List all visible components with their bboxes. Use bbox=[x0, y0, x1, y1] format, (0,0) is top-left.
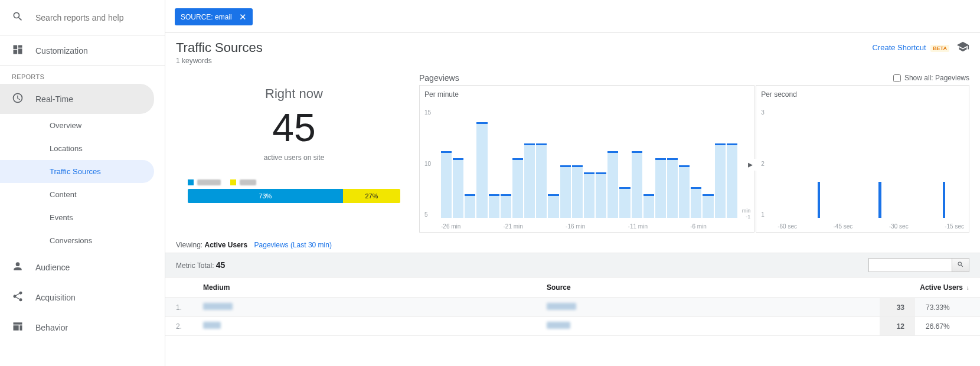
sub-item-locations[interactable]: Locations bbox=[0, 137, 165, 160]
viewing-active-users[interactable]: Active Users bbox=[204, 241, 247, 249]
table-row[interactable]: 1. 33 73.33% bbox=[165, 298, 980, 317]
graduation-cap-icon[interactable] bbox=[956, 40, 969, 55]
bars-area bbox=[773, 109, 964, 218]
table-search[interactable] bbox=[868, 258, 969, 272]
sub-item-traffic-sources[interactable]: Traffic Sources bbox=[0, 160, 154, 183]
table-search-input[interactable] bbox=[869, 259, 952, 272]
sidebar-label: Audience bbox=[35, 263, 70, 272]
charts-panel: Pageviews Show all: Pageviews Per minute… bbox=[419, 68, 969, 233]
viewing-toggle: Viewing: Active Users Pageviews (Last 30… bbox=[165, 237, 980, 253]
sources-table: Medium Source Active Users↓ 1. 33 73.33% bbox=[165, 277, 980, 336]
realtime-submenu: Overview Locations Traffic Sources Conte… bbox=[0, 114, 165, 252]
table-search-button[interactable] bbox=[952, 259, 969, 272]
y-axis-ticks: 15 10 5 bbox=[424, 109, 431, 218]
legend-label-blurred bbox=[197, 179, 221, 185]
clock-icon bbox=[12, 92, 24, 106]
show-all-input[interactable] bbox=[893, 74, 901, 82]
x-axis-ticks: -26 min -21 min -16 min -11 min -6 min bbox=[441, 223, 749, 230]
search-icon bbox=[957, 261, 964, 270]
sidebar-item-acquisition[interactable]: Acquisition bbox=[0, 282, 165, 312]
search-icon bbox=[12, 11, 24, 24]
page-subtitle: 1 keywords bbox=[176, 57, 263, 65]
sidebar: Customization REPORTS Real-Time Overview… bbox=[0, 0, 165, 366]
reports-label: REPORTS bbox=[0, 66, 165, 84]
sidebar-label: Behavior bbox=[35, 323, 68, 332]
breakdown-bar: 73% 27% bbox=[188, 189, 400, 203]
person-icon bbox=[12, 260, 24, 274]
active-users-cell: 33 bbox=[880, 298, 915, 317]
breakdown-seg-2: 27% bbox=[343, 189, 400, 203]
sidebar-item-behavior[interactable]: Behavior bbox=[0, 312, 165, 342]
table-section: Viewing: Active Users Pageviews (Last 30… bbox=[165, 237, 980, 336]
chevron-right-icon[interactable]: ▸ bbox=[748, 159, 760, 171]
active-users-label: active users on site bbox=[176, 153, 412, 162]
search-input[interactable] bbox=[35, 13, 153, 22]
legend-item bbox=[230, 179, 256, 185]
filter-bar: SOURCE: email ✕ bbox=[165, 0, 980, 33]
breakdown-seg-1: 73% bbox=[188, 189, 343, 203]
search-bar bbox=[0, 0, 165, 35]
close-icon[interactable]: ✕ bbox=[239, 12, 247, 21]
metric-total-bar: Metric Total: 45 bbox=[165, 253, 980, 277]
active-users-cell: 12 bbox=[880, 317, 915, 336]
viewing-pageviews[interactable]: Pageviews (Last 30 min) bbox=[254, 241, 332, 249]
col-active-users[interactable]: Active Users↓ bbox=[880, 277, 980, 298]
legend bbox=[176, 179, 412, 185]
sidebar-item-audience[interactable]: Audience bbox=[0, 252, 165, 282]
metric-total-label: Metric Total: bbox=[176, 262, 214, 270]
share-icon bbox=[12, 290, 24, 304]
x-axis-ticks: -60 sec -45 sec -30 sec -15 sec bbox=[778, 223, 964, 230]
right-now-label: Right now bbox=[176, 86, 412, 102]
page-header: Traffic Sources 1 keywords Create Shortc… bbox=[165, 33, 980, 68]
legend-item bbox=[188, 179, 221, 185]
legend-swatch bbox=[230, 179, 236, 185]
chip-key: SOURCE: bbox=[181, 13, 213, 21]
sort-down-icon: ↓ bbox=[966, 285, 969, 291]
per-second-chart: ▸ Per second 3 2 1 -60 sec -45 sec -30 s… bbox=[756, 85, 969, 233]
page-title: Traffic Sources bbox=[176, 40, 263, 55]
web-icon bbox=[12, 321, 24, 334]
source-value-blurred bbox=[547, 322, 570, 329]
pct-cell: 73.33% bbox=[915, 298, 980, 317]
per-minute-chart: Per minute 15 10 5 -26 min -21 min -16 m… bbox=[419, 85, 754, 233]
main: SOURCE: email ✕ Traffic Sources 1 keywor… bbox=[165, 0, 980, 366]
chip-value: email bbox=[215, 13, 232, 21]
sub-item-events[interactable]: Events bbox=[0, 206, 165, 229]
sidebar-item-realtime[interactable]: Real-Time bbox=[0, 84, 154, 114]
bars-area bbox=[441, 109, 749, 218]
medium-value-blurred bbox=[203, 322, 221, 329]
table-row[interactable]: 2. 12 26.67% bbox=[165, 317, 980, 336]
legend-label-blurred bbox=[240, 179, 256, 185]
col-medium[interactable]: Medium bbox=[192, 277, 536, 298]
dashboard-icon bbox=[12, 44, 24, 57]
chart-label: Per minute bbox=[424, 90, 749, 99]
sub-item-content[interactable]: Content bbox=[0, 183, 165, 206]
sub-item-conversions[interactable]: Conversions bbox=[0, 229, 165, 252]
chart-label: Per second bbox=[761, 90, 964, 99]
col-source[interactable]: Source bbox=[536, 277, 880, 298]
y-axis-ticks: 3 2 1 bbox=[761, 109, 765, 218]
medium-value-blurred bbox=[203, 303, 233, 310]
beta-badge: BETA bbox=[930, 45, 949, 52]
sidebar-item-customization[interactable]: Customization bbox=[0, 35, 165, 66]
show-all-checkbox[interactable]: Show all: Pageviews bbox=[893, 74, 969, 82]
create-shortcut-link[interactable]: Create Shortcut BETA bbox=[872, 43, 949, 52]
sidebar-label: Customization bbox=[35, 46, 88, 55]
source-value-blurred bbox=[547, 303, 576, 310]
pageviews-title: Pageviews bbox=[419, 73, 459, 83]
metric-total-value: 45 bbox=[216, 260, 226, 270]
realtime-panel: Right now 45 active users on site 73% 27… bbox=[176, 68, 412, 233]
axis-min-label: min-1 bbox=[742, 208, 751, 220]
sub-item-overview[interactable]: Overview bbox=[0, 114, 165, 137]
sidebar-label: Acquisition bbox=[35, 293, 76, 302]
legend-swatch bbox=[188, 179, 194, 185]
pct-cell: 26.67% bbox=[915, 317, 980, 336]
sidebar-label: Real-Time bbox=[35, 94, 73, 104]
active-users-count: 45 bbox=[176, 105, 412, 150]
filter-chip-source[interactable]: SOURCE: email ✕ bbox=[175, 8, 253, 25]
